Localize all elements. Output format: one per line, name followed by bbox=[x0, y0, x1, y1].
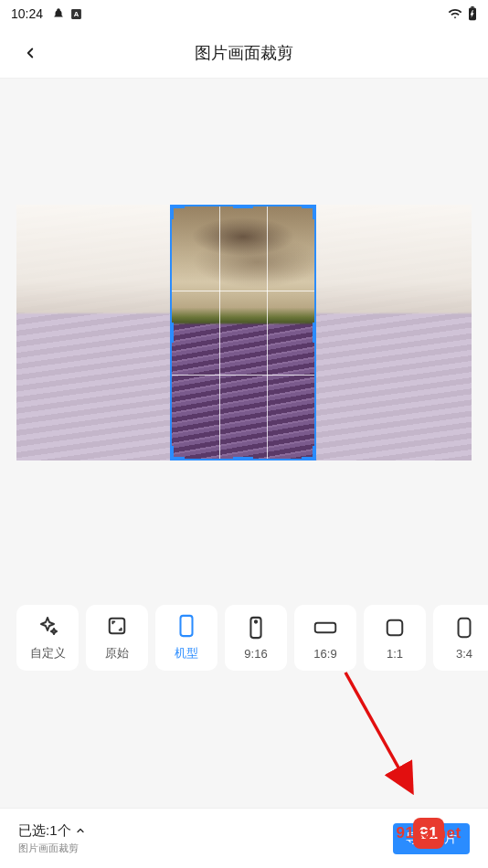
ratio-9-16[interactable]: 9:16 bbox=[225, 605, 287, 671]
ratio-label: 机型 bbox=[175, 645, 198, 662]
status-bar: 10:24 A bbox=[0, 0, 488, 27]
ratio-device[interactable]: 机型 bbox=[155, 605, 217, 671]
ratio-label: 自定义 bbox=[30, 645, 66, 662]
ratio-1-1[interactable]: 1:1 bbox=[364, 605, 426, 671]
wifi-icon bbox=[448, 7, 462, 20]
svg-point-7 bbox=[255, 620, 257, 622]
svg-rect-5 bbox=[181, 616, 193, 636]
ratio-original[interactable]: 原始 bbox=[86, 605, 148, 671]
crop-window-photo bbox=[172, 206, 314, 459]
sparkle-icon bbox=[36, 614, 59, 638]
footer-subtitle: 图片画面裁剪 bbox=[18, 842, 86, 855]
svg-rect-3 bbox=[471, 6, 473, 8]
svg-rect-8 bbox=[315, 622, 336, 631]
annotation-arrow bbox=[336, 665, 464, 811]
crop-window[interactable] bbox=[170, 205, 316, 460]
status-time: 10:24 bbox=[11, 6, 43, 21]
page-title: 图片画面裁剪 bbox=[195, 42, 293, 64]
back-button[interactable] bbox=[16, 39, 44, 67]
ratio-custom[interactable]: 自定义 bbox=[16, 605, 79, 671]
chevron-left-icon bbox=[22, 45, 38, 61]
aspect-ratio-row: 自定义 原始 机型 9:16 16:9 1:1 3:4 bbox=[16, 605, 488, 671]
svg-rect-4 bbox=[110, 619, 125, 634]
input-method-icon: A bbox=[70, 8, 82, 20]
crop-handle-top-left[interactable] bbox=[170, 205, 185, 219]
export-button-label: 导出图片 bbox=[406, 831, 457, 845]
expand-icon bbox=[105, 614, 129, 638]
ratio-label: 3:4 bbox=[456, 647, 472, 661]
crop-handle-left[interactable] bbox=[170, 323, 174, 343]
tall-rect-icon bbox=[452, 616, 476, 640]
svg-rect-9 bbox=[387, 619, 403, 635]
crop-handle-right[interactable] bbox=[313, 323, 316, 343]
crop-handle-top[interactable] bbox=[233, 205, 253, 208]
notification-icon bbox=[52, 7, 65, 20]
ratio-label: 16:9 bbox=[313, 647, 336, 661]
export-button[interactable]: 导出图片 bbox=[393, 823, 470, 854]
phone-icon bbox=[175, 614, 198, 638]
chevron-up-icon bbox=[75, 825, 86, 836]
crop-handle-top-right[interactable] bbox=[302, 205, 316, 219]
crop-handle-bottom[interactable] bbox=[233, 457, 253, 460]
ratio-label: 9:16 bbox=[244, 647, 267, 661]
selected-count-label: 已选:1个 bbox=[18, 822, 71, 840]
header: 图片画面裁剪 bbox=[0, 27, 488, 79]
svg-line-11 bbox=[345, 672, 408, 784]
ratio-label: 原始 bbox=[105, 645, 129, 662]
ratio-16-9[interactable]: 16:9 bbox=[294, 605, 356, 671]
svg-text:A: A bbox=[74, 10, 80, 18]
crop-handle-bottom-right[interactable] bbox=[302, 446, 316, 460]
ratio-label: 1:1 bbox=[387, 647, 403, 661]
footer: 已选:1个 图片画面裁剪 导出图片 bbox=[0, 808, 488, 868]
square-icon bbox=[383, 616, 407, 640]
ratio-3-4[interactable]: 3:4 bbox=[433, 605, 488, 671]
phone-dot-icon bbox=[244, 616, 268, 640]
wide-rect-icon bbox=[313, 616, 337, 640]
battery-icon bbox=[468, 6, 477, 21]
crop-canvas[interactable] bbox=[16, 205, 472, 460]
crop-handle-bottom-left[interactable] bbox=[170, 446, 185, 460]
svg-rect-10 bbox=[459, 618, 471, 636]
selected-count[interactable]: 已选:1个 bbox=[18, 822, 86, 840]
